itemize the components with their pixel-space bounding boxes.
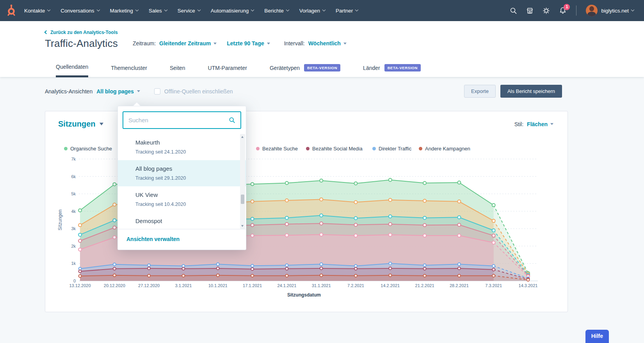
scroll-down-icon[interactable] <box>241 225 244 227</box>
data-point <box>78 248 82 251</box>
offline-sources-checkbox[interactable] <box>154 88 160 95</box>
y-tick-label: 6k <box>71 174 76 179</box>
data-point <box>423 182 426 185</box>
data-point <box>320 263 323 266</box>
data-point <box>423 264 426 266</box>
y-tick-label: 0 <box>73 279 76 283</box>
intervall-dropdown[interactable]: Wöchentlich <box>308 40 347 46</box>
data-point <box>285 234 288 237</box>
marketplace-icon[interactable] <box>526 7 534 15</box>
view-search-input[interactable] <box>123 116 224 124</box>
zeitraum-range-dropdown[interactable]: Letzte 90 Tage <box>227 40 270 46</box>
search-icon[interactable] <box>509 7 518 15</box>
data-point <box>113 226 116 229</box>
nav-item-service[interactable]: Service <box>178 8 200 14</box>
x-tick-label: 31.1.2021 <box>312 283 331 288</box>
data-point <box>320 267 323 270</box>
nav-item-vorlagen[interactable]: Vorlagen <box>299 8 325 14</box>
tab-themencluster[interactable]: Themencluster <box>111 64 147 77</box>
save-as-report-button[interactable]: Als Bericht speichern <box>500 85 562 98</box>
notifications-bell-icon[interactable]: 1 <box>559 7 567 15</box>
analytics-views-dropdown[interactable]: All blog pages <box>96 88 140 95</box>
chart-style-dropdown[interactable]: Flächen <box>527 121 553 127</box>
data-point <box>492 268 495 271</box>
x-tick-label: 27.12.2020 <box>138 283 160 288</box>
nav-utilities: 1 biglytics.net <box>509 5 634 16</box>
view-option-demospot[interactable]: Demospot <box>118 213 246 229</box>
x-tick-label: 14.3.2021 <box>519 283 538 288</box>
chevron-down-icon <box>96 8 100 11</box>
manage-views-link[interactable]: Ansichten verwalten <box>126 236 180 242</box>
legend-dot <box>64 147 68 150</box>
nav-item-marketing[interactable]: Marketing <box>110 8 138 14</box>
tab-quellendaten[interactable]: Quellendaten <box>56 64 88 77</box>
data-point <box>113 219 116 222</box>
style-label: Stil: <box>514 121 523 127</box>
account-name: biglytics.net <box>601 8 629 14</box>
data-point <box>423 216 426 220</box>
export-button[interactable]: Exporte <box>464 85 496 98</box>
dropdown-scrollbar[interactable] <box>240 134 245 229</box>
data-point <box>458 267 461 270</box>
nav-item-sales[interactable]: Sales <box>149 8 167 14</box>
tab-utm-parameter[interactable]: UTM-Parameter <box>208 64 247 77</box>
settings-gear-icon[interactable] <box>542 7 550 15</box>
nav-item-partner[interactable]: Partner <box>336 8 358 14</box>
tab-bar: Quellendaten Themencluster Seiten UTM-Pa… <box>56 64 644 77</box>
tab-seiten[interactable]: Seiten <box>170 64 185 77</box>
nav-item-conversations[interactable]: Conversations <box>60 8 99 14</box>
y-tick-label: 4k <box>71 209 76 214</box>
data-point <box>182 267 185 270</box>
data-point <box>354 234 357 237</box>
help-button[interactable]: Hilfe <box>585 330 609 343</box>
legend-dot <box>256 147 260 150</box>
view-option-all-blog-pages[interactable]: All blog pages Tracking seit 29.1.2020 <box>118 160 246 186</box>
x-tick-label: 13.12.2020 <box>69 283 91 288</box>
analytics-views-label: Analytics-Ansichten <box>45 88 93 95</box>
nav-item-kontakte[interactable]: Kontakte <box>24 8 50 14</box>
tab-laender[interactable]: LänderBETA-VERSION <box>363 64 421 77</box>
data-point <box>217 263 219 266</box>
nav-item-automatisierung[interactable]: Automatisierung <box>211 8 254 14</box>
y-tick-label: 2k <box>71 244 76 248</box>
data-point <box>148 274 150 277</box>
nav-item-berichte[interactable]: Berichte <box>264 8 289 14</box>
view-option-uk-view[interactable]: UK View Tracking seit 10.4.2020 <box>118 186 246 213</box>
chevron-down-icon <box>355 8 358 11</box>
back-chevron-icon <box>44 30 48 34</box>
user-avatar <box>586 5 598 16</box>
hubspot-logo-icon[interactable] <box>5 3 18 18</box>
x-tick-label: 20.12.2020 <box>104 283 125 288</box>
data-point <box>320 179 323 182</box>
caret-down-icon <box>550 123 553 125</box>
tab-geraetetypen[interactable]: GerätetypenBETA-VERSION <box>270 64 340 77</box>
x-tick-label: 21.2.2021 <box>415 283 434 288</box>
data-point <box>389 198 392 202</box>
data-point <box>492 241 495 244</box>
chart-metric-dropdown[interactable]: Sitzungen <box>58 120 103 129</box>
data-point <box>354 267 357 270</box>
data-point <box>78 233 82 236</box>
data-point <box>113 263 116 266</box>
x-tick-label: 17.1.2021 <box>243 283 262 288</box>
data-point <box>457 216 461 219</box>
x-tick-label: 14.2.2021 <box>381 283 400 288</box>
data-point <box>389 233 392 236</box>
y-tick-label: 5k <box>71 191 76 196</box>
data-point <box>285 216 288 220</box>
scroll-up-icon[interactable] <box>241 136 244 138</box>
notification-count-badge: 1 <box>564 4 570 10</box>
data-point <box>320 198 323 201</box>
data-point <box>320 222 323 225</box>
data-point <box>389 262 391 265</box>
zeitraum-type-dropdown[interactable]: Gleitender Zeitraum <box>159 40 217 46</box>
data-point <box>251 234 254 237</box>
back-to-analytics-tools-link[interactable]: Zurück zu den Analytics-Tools <box>45 21 118 35</box>
legend-dot <box>372 147 376 150</box>
chevron-down-icon <box>135 8 139 11</box>
view-option-makeurth[interactable]: Makeurth Tracking seit 24.1.2020 <box>118 134 246 160</box>
account-menu[interactable]: biglytics.net <box>586 5 634 16</box>
caret-down-icon <box>343 43 347 45</box>
scrollbar-thumb[interactable] <box>241 195 244 204</box>
chevron-down-icon <box>286 8 289 11</box>
